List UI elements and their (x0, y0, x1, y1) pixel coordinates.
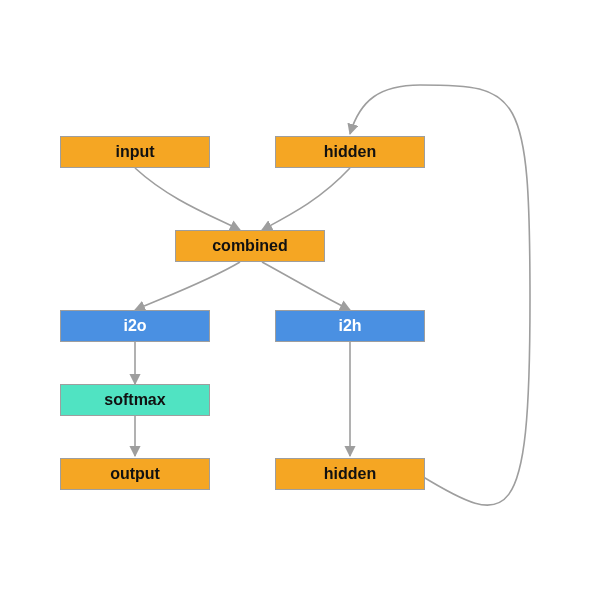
diagram-canvas: input hidden combined i2o i2h softmax ou… (0, 0, 600, 600)
node-label: hidden (324, 143, 376, 161)
node-label: i2h (338, 317, 361, 335)
node-output: output (60, 458, 210, 490)
edges-layer (0, 0, 600, 600)
node-i2h: i2h (275, 310, 425, 342)
node-input: input (60, 136, 210, 168)
node-label: softmax (104, 391, 165, 409)
node-softmax: softmax (60, 384, 210, 416)
edge-combined-i2h (262, 262, 350, 310)
edge-input-combined (135, 168, 240, 230)
node-hidden-bottom: hidden (275, 458, 425, 490)
node-hidden-top: hidden (275, 136, 425, 168)
node-label: input (115, 143, 154, 161)
node-label: hidden (324, 465, 376, 483)
node-label: i2o (123, 317, 146, 335)
node-combined: combined (175, 230, 325, 262)
edge-combined-i2o (135, 262, 240, 310)
node-label: combined (212, 237, 288, 255)
node-i2o: i2o (60, 310, 210, 342)
edge-hidden-top-combined (262, 168, 350, 230)
node-label: output (110, 465, 160, 483)
